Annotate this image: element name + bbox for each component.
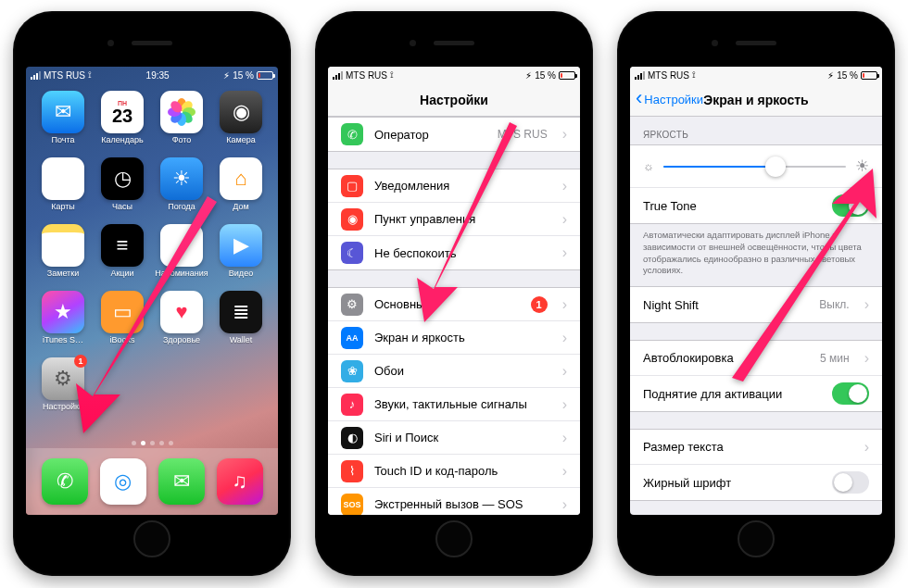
- app-wallet[interactable]: ≣Wallet: [213, 291, 269, 354]
- row-touch-id-и-код-пароль[interactable]: ⌇Touch ID и код-пароль›: [328, 455, 580, 488]
- phone-settings: MTS RUS⟟ ⚡︎15 % Настройки ✆ОператорMTS R…: [315, 11, 593, 576]
- chevron-right-icon: ›: [562, 178, 567, 194]
- app-label: Акции: [110, 269, 133, 278]
- row-icon: ✆: [341, 123, 363, 145]
- battery-pct: 15 %: [233, 70, 254, 81]
- section-zoom: УВЕЛИЧЕНИЕ ДИСПЛЕЯ: [630, 501, 882, 515]
- app-clock[interactable]: ◷Часы: [95, 157, 150, 220]
- home-button[interactable]: [738, 520, 775, 557]
- display-settings-list: ЯРКОСТЬ ☼ ☀ True Tone Автоматически адап…: [630, 117, 882, 515]
- row-уведомления[interactable]: ▢Уведомления›: [328, 169, 580, 203]
- status-bar: MTS RUS⟟ ⚡︎15 %: [630, 67, 882, 83]
- chevron-right-icon: ›: [562, 496, 567, 513]
- weather-icon: ☀: [160, 157, 203, 200]
- app-reminders[interactable]: Напоминания: [154, 224, 209, 287]
- app-photos[interactable]: Фото: [154, 91, 209, 154]
- app-camera[interactable]: ◉Камера: [213, 91, 269, 154]
- dock-phone[interactable]: ✆: [42, 458, 88, 505]
- app-itunes[interactable]: ★iTunes S…: [35, 291, 91, 354]
- app-maps[interactable]: ➤Карты: [35, 157, 91, 220]
- chevron-right-icon: ›: [562, 211, 567, 228]
- row-icon: ❀: [341, 360, 363, 382]
- app-home-app[interactable]: ⌂Дом: [213, 157, 269, 220]
- mail-icon: ✉: [42, 91, 84, 133]
- settings-list: ✆ОператорMTS RUS›▢Уведомления›◉Пункт упр…: [328, 117, 580, 515]
- row-night-shift[interactable]: Night Shift Выкл.›: [630, 287, 882, 322]
- app-label: Видео: [229, 269, 253, 278]
- health-icon: ♥: [160, 291, 203, 333]
- row-icon: ☾: [341, 242, 363, 264]
- videos-icon: ▶: [220, 224, 262, 267]
- nav-bar: Настройки Экран и яркость: [630, 83, 882, 117]
- app-label: Карты: [51, 202, 75, 211]
- sun-small-icon: ☼: [643, 159, 654, 173]
- carrier-label: MTS RUS: [44, 70, 85, 81]
- chevron-right-icon: ›: [562, 296, 567, 313]
- chevron-right-icon: ›: [562, 363, 567, 380]
- section-brightness: ЯРКОСТЬ: [630, 117, 882, 144]
- app-label: Wallet: [230, 335, 253, 344]
- app-notes[interactable]: Заметки: [35, 224, 91, 287]
- app-label: Камера: [226, 135, 255, 144]
- row-обои[interactable]: ❀Обои›: [328, 355, 580, 388]
- dock-messages[interactable]: ✉: [158, 458, 205, 505]
- app-stocks[interactable]: ≡Акции: [95, 224, 150, 287]
- dock-safari[interactable]: ◎: [100, 458, 146, 505]
- app-mail[interactable]: ✉Почта: [35, 91, 91, 154]
- status-bar: MTS RUS⟟ ⚡︎15 %: [328, 67, 580, 83]
- row-auto-lock[interactable]: Автоблокировка 5 мин›: [630, 341, 882, 376]
- dock-music[interactable]: ♫: [217, 458, 263, 505]
- notes-icon: [42, 224, 84, 267]
- row-icon: ◉: [341, 208, 363, 231]
- row-siri-и-поиск[interactable]: ◐Siri и Поиск›: [328, 421, 580, 455]
- sun-large-icon: ☀: [855, 156, 869, 176]
- row-экран-и-яркость[interactable]: AAЭкран и яркость›: [328, 321, 580, 355]
- raise-toggle[interactable]: [832, 382, 869, 405]
- app-weather[interactable]: ☀Погода: [154, 157, 209, 220]
- camera-icon: ◉: [220, 91, 262, 133]
- app-calendar[interactable]: ПН23Календарь: [95, 91, 150, 154]
- chevron-right-icon: ›: [562, 126, 567, 143]
- row-не-беспокоить[interactable]: ☾Не беспокоить›: [328, 236, 580, 269]
- row-оператор[interactable]: ✆ОператорMTS RUS›: [328, 118, 580, 151]
- phone-home-screen: MTS RUS⟟ 19:35 ⚡︎15 % ✉ПочтаПН23Календар…: [13, 11, 291, 576]
- page-indicator[interactable]: [26, 437, 278, 448]
- row-raise-to-wake: Поднятие для активации: [630, 376, 882, 411]
- row-true-tone: True Tone: [630, 188, 882, 223]
- row-пункт-управления[interactable]: ◉Пункт управления›: [328, 203, 580, 236]
- app-health[interactable]: ♥Здоровье: [154, 291, 209, 354]
- chevron-right-icon: ›: [562, 330, 567, 346]
- row-icon: ⚙: [341, 294, 363, 316]
- bold-toggle[interactable]: [832, 471, 869, 494]
- home-button[interactable]: [133, 520, 170, 557]
- app-ibooks[interactable]: ▭iBooks: [95, 291, 150, 354]
- true-tone-toggle[interactable]: [832, 194, 869, 217]
- app-settings[interactable]: ⚙1Настройки: [35, 357, 91, 420]
- reminders-icon: [160, 224, 203, 267]
- wallet-icon: ≣: [220, 291, 262, 333]
- back-button[interactable]: Настройки: [636, 93, 703, 106]
- app-label: Фото: [172, 135, 192, 144]
- status-bar: MTS RUS⟟ 19:35 ⚡︎15 %: [26, 67, 278, 83]
- true-tone-footnote: Автоматически адаптировать дисплей iPhon…: [630, 224, 882, 286]
- app-videos[interactable]: ▶Видео: [213, 224, 269, 287]
- row-звуки-тактильные-сигналы[interactable]: ♪Звуки, тактильные сигналы›: [328, 388, 580, 421]
- row-основные[interactable]: ⚙Основные1›: [328, 288, 580, 321]
- page-title: Настройки: [420, 93, 488, 107]
- app-label: Погода: [168, 202, 195, 211]
- row-icon: ▢: [341, 175, 363, 197]
- home-button[interactable]: [435, 520, 473, 557]
- chevron-right-icon: ›: [562, 463, 567, 480]
- row-icon: ♪: [341, 394, 363, 416]
- clock-icon: ◷: [101, 157, 144, 200]
- row-экстренный-вызов-sos[interactable]: SOSЭкстренный вызов — SOS›: [328, 488, 580, 515]
- status-time: 19:35: [146, 70, 170, 81]
- nav-bar: Настройки: [328, 83, 580, 117]
- phone-display-brightness: MTS RUS⟟ ⚡︎15 % Настройки Экран и яркост…: [617, 11, 895, 576]
- row-text-size[interactable]: Размер текста›: [630, 430, 882, 465]
- page-title: Экран и яркость: [703, 93, 808, 107]
- brightness-slider[interactable]: [663, 166, 846, 168]
- settings-icon: ⚙1: [42, 357, 84, 400]
- app-label: Календарь: [101, 135, 143, 144]
- row-icon: SOS: [341, 494, 363, 516]
